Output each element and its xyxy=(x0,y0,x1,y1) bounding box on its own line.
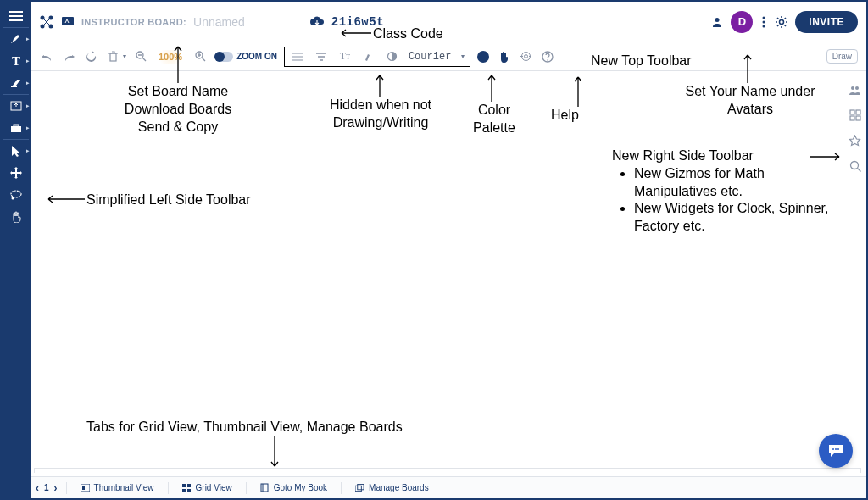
toolbox-icon[interactable]: ▸ xyxy=(2,117,31,139)
svg-point-4 xyxy=(11,191,21,197)
widgets-icon[interactable] xyxy=(849,108,862,122)
svg-point-5 xyxy=(12,197,14,199)
lasso-tool-icon[interactable] xyxy=(2,184,31,206)
move-tool-icon[interactable] xyxy=(2,162,31,184)
redo-icon[interactable] xyxy=(61,49,76,64)
svg-rect-39 xyxy=(358,484,364,489)
text-size-icon[interactable]: TT xyxy=(337,49,353,64)
annot-class-code: Class Code xyxy=(373,25,443,43)
svg-rect-34 xyxy=(187,484,191,487)
svg-point-25 xyxy=(855,86,859,90)
annot-right-toolbar: New Right Side Toolbar New Gizmos for Ma… xyxy=(612,147,832,236)
stroke-style-icon[interactable] xyxy=(314,49,329,64)
svg-rect-33 xyxy=(182,484,186,487)
zoom-toggle[interactable]: ZOOM ON xyxy=(214,52,277,62)
svg-rect-38 xyxy=(355,486,361,491)
eraser-tool-icon[interactable]: ▸ xyxy=(2,72,31,94)
svg-point-30 xyxy=(850,162,858,169)
bottom-bar: ‹ 1 › Thumbnail View Grid View Goto My B… xyxy=(31,476,866,498)
trash-icon[interactable] xyxy=(105,49,120,64)
page-number: 1 xyxy=(44,483,49,492)
refresh-icon[interactable] xyxy=(83,49,98,64)
board-label: INSTRUCTOR BOARD: xyxy=(81,17,186,27)
font-name[interactable]: Courier xyxy=(409,51,451,63)
search-icon[interactable] xyxy=(849,159,862,173)
svg-rect-27 xyxy=(856,110,860,114)
zoom-out-icon[interactable] xyxy=(133,49,148,64)
undo-icon[interactable] xyxy=(39,49,54,64)
contrast-icon[interactable] xyxy=(385,49,400,64)
annot-board-block: Set Board Name Download Boards Send & Co… xyxy=(93,83,263,136)
svg-point-11 xyxy=(715,18,720,22)
draw-mode-badge[interactable]: Draw xyxy=(826,49,858,64)
pointer-tool-icon[interactable]: ▸ xyxy=(2,140,31,162)
annot-color-palette: Color Palette xyxy=(465,102,524,137)
target-icon[interactable] xyxy=(518,49,533,64)
edit-board-icon[interactable] xyxy=(61,16,75,28)
users-icon[interactable] xyxy=(849,83,862,97)
thumbnail-icon xyxy=(81,483,90,492)
svg-point-12 xyxy=(763,16,765,19)
tab-goto-my-book[interactable]: Goto My Book xyxy=(255,483,332,492)
annot-top-toolbar: New Top Toolbar xyxy=(591,53,692,70)
svg-rect-0 xyxy=(11,86,17,87)
svg-point-23 xyxy=(548,59,548,60)
svg-point-24 xyxy=(851,86,854,90)
svg-rect-29 xyxy=(856,116,860,120)
zoom-toggle-label: ZOOM ON xyxy=(236,52,277,61)
help-icon[interactable] xyxy=(540,49,555,64)
hand-tool-icon[interactable] xyxy=(2,206,31,228)
svg-point-13 xyxy=(763,20,765,23)
invite-button[interactable]: INVITE xyxy=(795,11,858,33)
avatar[interactable]: D xyxy=(731,11,753,33)
svg-rect-2 xyxy=(11,126,21,132)
next-page-icon[interactable]: › xyxy=(54,482,58,494)
boards-icon xyxy=(355,483,364,492)
user-icon[interactable] xyxy=(710,15,724,29)
board-name[interactable]: Unnamed xyxy=(193,15,245,29)
tab-thumbnail-view[interactable]: Thumbnail View xyxy=(75,483,159,492)
header-bar: INSTRUCTOR BOARD: Unnamed 21i6w5t D INVI… xyxy=(31,2,866,42)
color-palette-button[interactable] xyxy=(477,51,489,63)
arrow-hidden-draw xyxy=(375,71,385,97)
svg-point-15 xyxy=(780,19,784,24)
svg-point-41 xyxy=(835,448,837,450)
image-upload-icon[interactable]: ▸ xyxy=(2,95,31,117)
prev-page-icon[interactable]: ‹ xyxy=(36,482,39,494)
arrow-help xyxy=(573,73,583,107)
kebab-menu-icon[interactable] xyxy=(760,15,768,29)
svg-rect-32 xyxy=(82,486,85,490)
annot-left-toolbar: Simplified Left Side Toolbar xyxy=(86,192,251,209)
chat-icon xyxy=(827,443,844,458)
svg-rect-36 xyxy=(187,489,191,492)
tab-manage-boards[interactable]: Manage Boards xyxy=(350,483,434,492)
chat-fab[interactable] xyxy=(819,434,853,468)
svg-rect-37 xyxy=(261,484,268,492)
svg-rect-16 xyxy=(110,53,116,61)
svg-rect-26 xyxy=(850,110,854,114)
avatar-initial: D xyxy=(738,15,746,28)
zoom-in-icon[interactable] xyxy=(192,49,208,64)
page-pager: ‹ 1 › xyxy=(36,482,58,494)
gear-icon[interactable] xyxy=(775,15,788,29)
annot-avatar: Set Your Name under Avatars xyxy=(670,83,831,119)
text-tool-icon[interactable]: T ▸ xyxy=(2,50,31,72)
svg-point-21 xyxy=(524,55,527,58)
svg-rect-35 xyxy=(182,489,186,492)
arrow-color-palette xyxy=(487,71,497,102)
brush-tool-icon[interactable]: ▸ xyxy=(2,28,31,50)
zoom-percentage[interactable]: 100% xyxy=(155,50,186,64)
annot-bottom-tabs: Tabs for Grid View, Thumbnail View, Mana… xyxy=(86,419,403,436)
cloud-download-icon[interactable] xyxy=(309,16,325,28)
line-options-icon[interactable] xyxy=(290,49,305,64)
tab-grid-view[interactable]: Grid View xyxy=(177,483,237,492)
book-icon xyxy=(260,483,270,492)
pan-hand-icon[interactable] xyxy=(496,49,511,64)
svg-rect-3 xyxy=(14,125,19,126)
left-sidebar: ▸ T ▸ ▸ ▸ ▸ ▸ xyxy=(2,2,31,498)
menu-icon[interactable] xyxy=(2,5,31,27)
svg-point-40 xyxy=(832,448,834,450)
highlighter-icon[interactable] xyxy=(361,49,376,64)
gizmos-star-icon[interactable] xyxy=(849,134,862,147)
top-toolbar: ▾ 100% ZOOM ON TT Courier ▾ xyxy=(31,42,866,71)
